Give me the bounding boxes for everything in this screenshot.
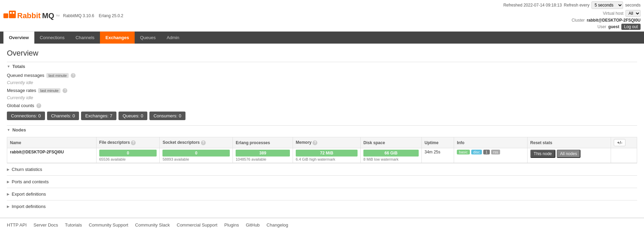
- footer-commercial-support[interactable]: Commercial Support: [177, 222, 218, 228]
- nodes-table-header-row: Name File descriptors ? Socket descripto…: [7, 137, 637, 148]
- logo: RabbitMQTM: [3, 11, 59, 21]
- import-label: Import definitions: [12, 204, 46, 209]
- last-minute-badge-2: last minute: [38, 88, 60, 93]
- last-minute-badge-1: last minute: [46, 73, 69, 78]
- col-info: Info: [454, 137, 528, 148]
- plusminus-button[interactable]: +/-: [614, 139, 625, 146]
- vhost-select[interactable]: All: [625, 10, 641, 17]
- tab-exchanges[interactable]: Exchanges: [100, 32, 135, 44]
- disk-sub: 8 MiB low watermark: [363, 157, 419, 161]
- col-plusminus: +/-: [611, 137, 637, 148]
- footer-http-api[interactable]: HTTP API: [7, 222, 27, 228]
- socket-desc-help[interactable]: ?: [201, 140, 206, 145]
- connections-count-btn[interactable]: Connections: 0: [7, 112, 45, 120]
- cluster-name: rabbit@DESKTOP-2FSQI0U: [587, 18, 641, 23]
- tag-1: 1: [483, 150, 489, 154]
- refresh-every-label: Refresh every: [564, 3, 590, 8]
- message-rates-label: Message rates: [7, 88, 36, 93]
- queues-count-btn[interactable]: Queues: 0: [118, 112, 147, 120]
- churn-statistics-row[interactable]: ▶ Churn statistics: [7, 163, 637, 175]
- erlang-sub: 1048576 available: [236, 157, 290, 161]
- user-label: User: [598, 24, 606, 29]
- svg-rect-0: [3, 13, 8, 18]
- refresh-row: Refreshed 2022-07-14 09:18:13 Refresh ev…: [503, 1, 641, 9]
- vhost-row: Virtual host All: [603, 10, 641, 17]
- message-rates-help-icon[interactable]: ?: [63, 88, 67, 93]
- totals-header[interactable]: ▼ Totals: [7, 62, 637, 71]
- logo-area: RabbitMQTM RabbitMQ 3.10.6 Erlang 25.0.2: [3, 11, 123, 21]
- memory-bar: 72 MiB: [296, 150, 358, 157]
- queued-help-icon[interactable]: ?: [71, 73, 76, 78]
- plusminus-cell: [611, 148, 637, 163]
- export-definitions-row[interactable]: ▶ Export definitions: [7, 188, 637, 200]
- file-desc-help[interactable]: ?: [131, 140, 136, 145]
- global-counts-help-icon[interactable]: ?: [36, 103, 41, 108]
- reset-cell: This node All nodes: [527, 148, 611, 163]
- footer-changelog[interactable]: Changelog: [267, 222, 288, 228]
- col-disk: Disk space: [361, 137, 422, 148]
- channels-count-btn[interactable]: Channels: 0: [47, 112, 79, 120]
- export-label: Export definitions: [12, 192, 46, 197]
- message-rates-row: Message rates last minute ?: [7, 88, 637, 93]
- col-memory: Memory ?: [293, 137, 361, 148]
- footer-tutorials[interactable]: Tutorials: [65, 222, 82, 228]
- footer-server-docs[interactable]: Server Docs: [34, 222, 58, 228]
- tab-channels[interactable]: Channels: [70, 32, 100, 44]
- all-nodes-button[interactable]: All nodes: [557, 150, 580, 158]
- consumers-count-btn[interactable]: Consumers: 0: [149, 112, 185, 120]
- svg-rect-1: [9, 11, 16, 18]
- logo-tm-text: TM: [56, 14, 60, 17]
- page-title: Overview: [7, 49, 637, 58]
- this-node-button[interactable]: This node: [530, 150, 555, 158]
- tab-connections[interactable]: Connections: [34, 32, 70, 44]
- import-definitions-row[interactable]: ▶ Import definitions: [7, 200, 637, 212]
- queued-messages-row: Queued messages last minute ?: [7, 73, 637, 78]
- col-name: Name: [7, 137, 97, 148]
- svg-rect-3: [13, 12, 14, 14]
- footer-community-slack[interactable]: Community Slack: [135, 222, 170, 228]
- refresh-seconds-label: seconds: [625, 3, 641, 8]
- tab-admin[interactable]: Admin: [161, 32, 185, 44]
- global-counts-label: Global counts: [7, 103, 34, 108]
- currently-idle-2: Currently idle: [7, 95, 637, 100]
- global-counts-row: Global counts ?: [7, 103, 637, 108]
- socket-desc-cell: 0 58893 available: [160, 148, 233, 163]
- memory-cell: 72 MiB 6.4 GiB high watermark: [293, 148, 361, 163]
- queued-messages-label: Queued messages: [7, 73, 44, 78]
- currently-idle-1: Currently idle: [7, 80, 637, 85]
- logout-button[interactable]: Log out: [621, 24, 641, 30]
- footer-plugins[interactable]: Plugins: [224, 222, 239, 228]
- tag-basic: basic: [457, 150, 470, 154]
- nodes-table: Name File descriptors ? Socket descripto…: [7, 137, 637, 163]
- main-content: Overview ▼ Totals Queued messages last m…: [0, 44, 644, 218]
- logo-rabbit-text: Rabbit: [17, 11, 41, 20]
- totals-label: Totals: [12, 64, 25, 69]
- uptime-value: 34m 25s: [425, 150, 440, 154]
- totals-section: ▼ Totals Queued messages last minute ? C…: [7, 62, 637, 120]
- disk-cell: 66 GiB 8 MiB low watermark: [361, 148, 422, 163]
- ports-label: Ports and contexts: [12, 179, 49, 184]
- nodes-label: Nodes: [12, 127, 26, 132]
- user-name: guest: [608, 24, 619, 29]
- totals-arrow: ▼: [7, 65, 10, 68]
- info-tags: basic disc 1 rss: [457, 150, 524, 154]
- file-desc-bar: 0: [99, 150, 157, 157]
- export-arrow: ▶: [7, 192, 10, 196]
- exchanges-count-btn[interactable]: Exchanges: 7: [81, 112, 116, 120]
- info-cell: basic disc 1 rss: [454, 148, 528, 163]
- nodes-header[interactable]: ▼ Nodes: [7, 125, 637, 134]
- ports-contexts-row[interactable]: ▶ Ports and contexts: [7, 175, 637, 188]
- rabbitmq-logo-icon: [3, 11, 16, 21]
- file-desc-sub: 65536 available: [99, 157, 157, 161]
- nodes-arrow: ▼: [7, 128, 10, 132]
- vhost-label: Virtual host: [603, 11, 623, 16]
- memory-help[interactable]: ?: [313, 140, 317, 145]
- col-socket-desc: Socket descriptors ?: [160, 137, 233, 148]
- tab-overview[interactable]: Overview: [3, 32, 34, 44]
- footer-community-support[interactable]: Community Support: [89, 222, 128, 228]
- footer-github[interactable]: GitHub: [246, 222, 260, 228]
- tab-queues[interactable]: Queues: [135, 32, 161, 44]
- refresh-select[interactable]: 5 seconds 10 seconds 30 seconds 60 secon…: [591, 1, 623, 9]
- user-row: User guest Log out: [598, 24, 641, 30]
- cluster-label: Cluster: [572, 18, 585, 23]
